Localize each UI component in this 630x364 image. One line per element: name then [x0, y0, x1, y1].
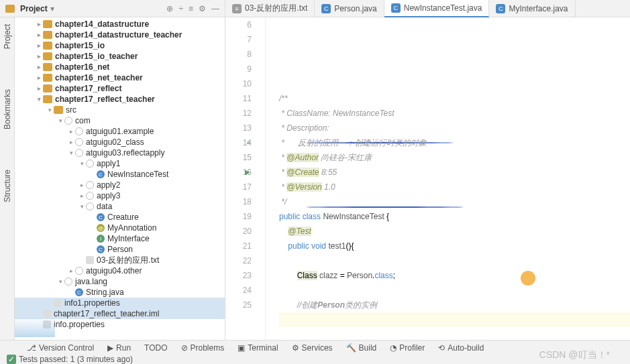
expand-arrow-icon[interactable]: ▾: [78, 160, 86, 167]
tree-row[interactable]: ▾data: [15, 201, 225, 212]
expand-arrow-icon[interactable]: ▾: [67, 149, 75, 156]
tool-window-button[interactable]: ⊘Problems: [181, 343, 225, 353]
tree-row[interactable]: ▸chapter16_net: [15, 62, 225, 72]
tree-row[interactable]: ▸atguigu02_class: [15, 137, 225, 147]
tree-row[interactable]: ▸atguigu01.example: [15, 126, 225, 137]
header-tool-icon[interactable]: —: [211, 4, 219, 13]
expand-arrow-icon[interactable]: ▾: [78, 203, 86, 210]
tree-row[interactable]: ▸atguigu04.other: [15, 265, 225, 276]
code-line[interactable]: * @Author 尚硅谷-宋红康: [279, 150, 630, 165]
tree-row[interactable]: ▸chapter15_io: [15, 40, 225, 51]
tree-row[interactable]: ▸apply3: [15, 190, 225, 201]
code-line[interactable]: * ClassName: NewInstanceTest: [279, 106, 630, 121]
left-tool-strip: ProjectBookmarksStructure: [0, 17, 15, 346]
expand-arrow-icon[interactable]: ▾: [56, 117, 64, 124]
header-tool-icon[interactable]: ⚙: [199, 4, 206, 13]
run-gutter-icon[interactable]: ▶: [245, 165, 250, 180]
tree-row[interactable]: ▸chapter17_reflect: [15, 83, 225, 94]
code-line[interactable]: public void test1(){: [279, 239, 630, 253]
project-dropdown[interactable]: ▾: [50, 4, 54, 13]
code-line[interactable]: * 反射的应用一：创建运行时类的对象: [279, 135, 630, 150]
tree-row[interactable]: ▾java.lang: [15, 276, 225, 287]
editor-tab[interactable]: CPerson.java: [315, 0, 384, 17]
tree-row[interactable]: CPerson: [15, 244, 225, 255]
tree-row[interactable]: ▸chapter14_datastructure_teacher: [15, 29, 225, 40]
tree-row[interactable]: @MyAnnotation: [15, 223, 225, 233]
tree-row[interactable]: info1.properties: [15, 298, 225, 308]
expand-arrow-icon[interactable]: ▸: [78, 182, 86, 188]
code-line[interactable]: //创建Person类的实例: [279, 298, 630, 312]
tree-row[interactable]: ▾src: [15, 105, 225, 115]
tree-label: data: [97, 202, 112, 211]
project-tree[interactable]: ▸chapter14_datastructure▸chapter14_datas…: [15, 17, 225, 345]
tree-row[interactable]: ▸apply2: [15, 180, 225, 190]
expand-arrow-icon[interactable]: ▾: [46, 107, 54, 113]
expand-arrow-icon[interactable]: ▸: [78, 192, 86, 199]
tree-row[interactable]: ▸chapter14_datastructure: [15, 19, 225, 29]
tree-row[interactable]: 03-反射的应用.txt: [15, 255, 225, 265]
tree-row[interactable]: IMyInterface: [15, 233, 225, 244]
expand-arrow-icon[interactable]: ▸: [67, 267, 75, 274]
expand-arrow-icon[interactable]: ▸: [35, 42, 43, 49]
tool-window-button[interactable]: ◔Profiler: [390, 343, 425, 353]
editor-tab[interactable]: CNewInstanceTest.java: [384, 0, 490, 17]
code-editor[interactable]: 67891011121314»1516▶171819202122232425 /…: [225, 17, 630, 345]
expand-arrow-icon[interactable]: ▸: [35, 53, 43, 60]
code-line[interactable]: Class clazz = Person.class;: [279, 268, 630, 283]
tool-window-button[interactable]: ⎇Version Control: [27, 343, 94, 353]
tree-row[interactable]: CCreature: [15, 212, 225, 223]
editor-tab[interactable]: CMyInterface.java: [489, 0, 575, 17]
line-number: 8: [225, 47, 252, 62]
tree-row[interactable]: CString.java: [15, 287, 225, 298]
code-line[interactable]: * @Version 1.0: [279, 180, 630, 194]
code-line[interactable]: */: [279, 194, 630, 209]
code-line[interactable]: /**: [279, 91, 630, 106]
line-number: 20: [225, 224, 252, 239]
header-tool-icon[interactable]: ⊕: [166, 4, 173, 13]
vert-tab-structure[interactable]: Structure: [3, 170, 12, 202]
expand-arrow-icon[interactable]: ▸: [35, 85, 43, 92]
tree-row[interactable]: CNewInstanceTest: [15, 169, 225, 180]
tool-window-button[interactable]: ⟲Auto-build: [438, 343, 484, 353]
tree-row[interactable]: ▾chapter17_reflect_teacher: [15, 94, 225, 105]
expand-arrow-icon[interactable]: ▸: [35, 64, 43, 70]
folder-icon: [43, 74, 52, 82]
tool-window-button[interactable]: 🔨Build: [346, 343, 377, 353]
expand-arrow-icon[interactable]: ▸: [67, 139, 75, 145]
code-line[interactable]: [279, 312, 630, 327]
code-line[interactable]: [279, 283, 630, 298]
line-number: 16▶: [225, 165, 252, 180]
tree-row[interactable]: ▾apply1: [15, 158, 225, 169]
tree-row[interactable]: ▸chapter16_net_teacher: [15, 72, 225, 83]
expand-arrow-icon[interactable]: ▸: [67, 128, 75, 135]
tool-window-button[interactable]: ▣Terminal: [238, 343, 278, 353]
expand-arrow-icon[interactable]: ▸: [35, 21, 43, 27]
expand-arrow-icon[interactable]: ▾: [56, 278, 64, 285]
tool-window-button[interactable]: ▶Run: [107, 343, 131, 353]
code-line[interactable]: @Test: [279, 224, 630, 239]
expand-arrow-icon[interactable]: ▸: [35, 32, 43, 38]
expand-arrow-icon[interactable]: ▾: [35, 96, 43, 103]
code-area[interactable]: /** * ClassName: NewInstanceTest * Descr…: [266, 17, 630, 345]
tool-icon: ▶: [107, 343, 113, 353]
tool-window-button[interactable]: TODO: [144, 343, 167, 353]
gutter: 67891011121314»1516▶171819202122232425: [225, 17, 266, 345]
pkg-icon: [86, 192, 94, 200]
tree-row[interactable]: ▾com: [15, 115, 225, 126]
tool-window-button[interactable]: ⚙Services: [292, 343, 333, 353]
run-gutter-icon[interactable]: »: [246, 135, 250, 150]
code-line[interactable]: * @Create 8:55: [279, 165, 630, 180]
code-line[interactable]: [279, 253, 630, 268]
vert-tab-project[interactable]: Project: [3, 24, 12, 49]
header-tool-icon[interactable]: ≡: [189, 4, 193, 13]
code-line[interactable]: public class NewInstanceTest {: [279, 209, 630, 224]
tree-row[interactable]: ▾atguigu03.reflectapply: [15, 147, 225, 158]
editor-tab[interactable]: ≡03-反射的应用.txt: [225, 0, 315, 17]
header-tool-icon[interactable]: ÷: [178, 4, 183, 13]
tab-label: Person.java: [334, 4, 376, 13]
tree-row[interactable]: ▸chapter15_io_teacher: [15, 51, 225, 62]
code-line[interactable]: * Description:: [279, 121, 630, 135]
expand-arrow-icon[interactable]: ▸: [35, 74, 43, 81]
vert-tab-bookmarks[interactable]: Bookmarks: [3, 89, 12, 129]
tree-label: chapter15_io_teacher: [55, 52, 138, 61]
